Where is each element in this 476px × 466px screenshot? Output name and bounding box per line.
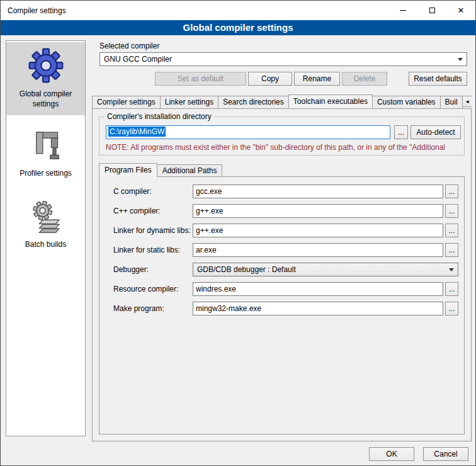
cpp-compiler-input[interactable]	[193, 204, 443, 218]
compiler-settings-dialog: Compiler settings ✕ Global compiler sett…	[0, 0, 476, 466]
debugger-value: GDB/CDB debugger : Default	[197, 265, 296, 274]
delete-button[interactable]: Delete	[342, 72, 387, 86]
tab-program-files[interactable]: Program Files	[99, 163, 157, 177]
toolchain-executables-panel: Compiler's installation directory C:\ray…	[92, 108, 472, 441]
tab-build-truncated[interactable]: Buil	[440, 96, 463, 108]
note-text: NOTE: All programs must exist either in …	[106, 143, 462, 152]
maximize-icon	[429, 8, 435, 13]
selected-compiler-dropdown[interactable]: GNU GCC Compiler	[99, 52, 467, 66]
static-linker-browse-button[interactable]: ...	[445, 243, 458, 257]
dynamic-linker-label: Linker for dynamic libs:	[113, 226, 191, 235]
selected-compiler-value: GNU GCC Compiler	[104, 55, 172, 64]
make-program-row: Make program: ...	[99, 302, 465, 315]
installation-directory-group: Compiler's installation directory C:\ray…	[99, 116, 465, 156]
chevron-down-icon	[449, 268, 454, 274]
blue-gear-icon	[28, 47, 64, 84]
tab-custom-variables[interactable]: Custom variables	[372, 96, 441, 108]
make-program-browse-button[interactable]: ...	[445, 302, 458, 315]
page-title: Global compiler settings	[1, 20, 475, 35]
tab-scroll-left-icon[interactable]: ◄	[462, 96, 472, 107]
auto-detect-button[interactable]: Auto-detect	[411, 125, 461, 139]
dynamic-linker-row: Linker for dynamic libs: ...	[99, 224, 465, 237]
sidebar-item-batch-builds[interactable]: Batch builds	[6, 194, 85, 256]
close-button[interactable]: ✕	[446, 1, 475, 20]
cpp-compiler-label: C++ compiler:	[113, 207, 161, 215]
debugger-label: Debugger:	[113, 265, 149, 274]
window-title: Compiler settings	[1, 6, 66, 15]
window-controls: ✕	[388, 1, 475, 20]
sidebar-item-global-compiler-settings[interactable]: Global compiler settings	[6, 42, 85, 115]
main-panel: Selected compiler GNU GCC Compiler Set a…	[92, 36, 472, 446]
c-compiler-browse-button[interactable]: ...	[445, 185, 458, 198]
program-files-tabstrip: Program Files Additional Paths	[99, 163, 222, 176]
profiler-tool-icon	[29, 129, 63, 163]
tab-toolchain-executables[interactable]: Toolchain executables	[288, 94, 373, 108]
cpp-compiler-row: C++ compiler: ...	[99, 204, 465, 218]
c-compiler-input[interactable]	[193, 185, 443, 198]
copy-button[interactable]: Copy	[248, 72, 292, 86]
program-files-panel: C compiler: ... C++ compiler: ... Linker…	[99, 176, 465, 435]
debugger-dropdown[interactable]: GDB/CDB debugger : Default	[193, 263, 458, 276]
reset-defaults-button[interactable]: Reset defaults	[409, 72, 467, 86]
tab-scroll-buttons: ◄ ►	[462, 96, 472, 108]
tab-linker-settings[interactable]: Linker settings	[160, 96, 218, 108]
browse-directory-button[interactable]: ...	[394, 125, 408, 139]
static-linker-row: Linker for static libs: ...	[99, 243, 465, 257]
dynamic-linker-input[interactable]	[193, 224, 443, 237]
tab-search-directories[interactable]: Search directories	[218, 96, 289, 108]
resource-compiler-browse-button[interactable]: ...	[445, 282, 458, 296]
sidebar-item-profiler-settings[interactable]: Profiler settings	[6, 124, 85, 185]
debugger-row: Debugger: GDB/CDB debugger : Default	[99, 263, 465, 276]
tab-additional-paths[interactable]: Additional Paths	[157, 164, 223, 176]
cpp-compiler-browse-button[interactable]: ...	[445, 204, 458, 218]
compiler-actions: Set as default Copy Rename Delete Reset …	[99, 72, 467, 86]
make-program-label: Make program:	[113, 304, 164, 313]
static-linker-input[interactable]	[193, 243, 443, 257]
c-compiler-label: C compiler:	[113, 187, 152, 196]
ok-button[interactable]: OK	[369, 447, 414, 461]
titlebar: Compiler settings ✕	[1, 1, 475, 20]
installation-directory-group-label: Compiler's installation directory	[105, 112, 214, 121]
selected-compiler-label: Selected compiler	[99, 42, 159, 50]
settings-tabstrip: Compiler settings Linker settings Search…	[92, 94, 472, 108]
resource-compiler-label: Resource compiler:	[113, 285, 178, 293]
chevron-down-icon	[458, 58, 463, 64]
static-linker-label: Linker for static libs:	[113, 246, 180, 254]
sidebar-item-label: Global compiler settings	[8, 89, 83, 109]
minimize-button[interactable]	[388, 1, 417, 20]
make-program-input[interactable]	[193, 302, 443, 315]
sidebar-item-label: Batch builds	[8, 240, 83, 250]
maximize-button[interactable]	[417, 1, 446, 20]
resource-compiler-row: Resource compiler: ...	[99, 282, 465, 296]
c-compiler-row: C compiler: ...	[99, 185, 465, 198]
set-as-default-button[interactable]: Set as default	[155, 72, 246, 86]
installation-directory-input[interactable]: C:\raylib\MinGW	[106, 125, 390, 139]
installation-directory-value: C:\raylib\MinGW	[108, 127, 166, 137]
settings-sidebar: Global compiler settings Profiler settin…	[6, 40, 86, 436]
cancel-button[interactable]: Cancel	[423, 447, 468, 461]
dynamic-linker-browse-button[interactable]: ...	[445, 224, 458, 237]
tab-compiler-settings[interactable]: Compiler settings	[92, 96, 161, 108]
gray-gear-stack-icon	[28, 199, 64, 234]
minimize-icon	[400, 10, 406, 11]
rename-button[interactable]: Rename	[294, 72, 340, 86]
sidebar-item-label: Profiler settings	[8, 169, 83, 179]
resource-compiler-input[interactable]	[193, 282, 443, 296]
